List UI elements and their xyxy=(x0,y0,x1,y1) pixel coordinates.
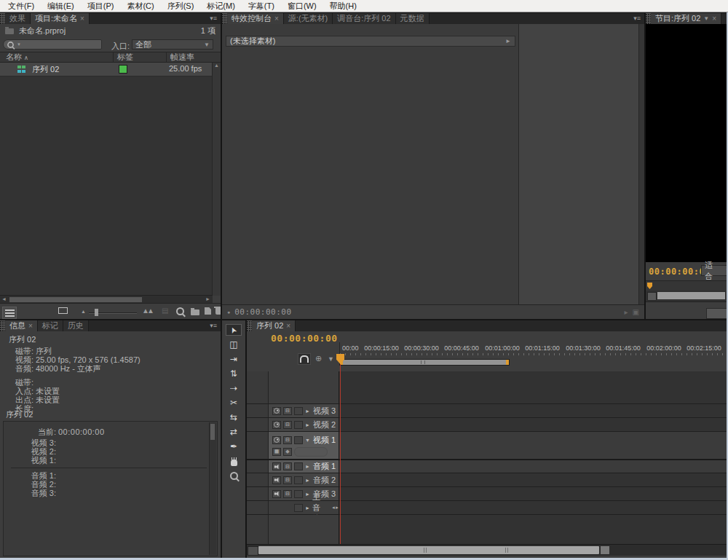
track-header-master[interactable]: ► 主音轨 ◄► xyxy=(269,501,339,514)
entry-dropdown[interactable]: 全部 ▼ xyxy=(132,39,213,50)
close-icon[interactable]: × xyxy=(286,320,290,331)
toggle-track-output-icon[interactable] xyxy=(272,462,281,470)
track-gutter[interactable] xyxy=(247,432,269,459)
track-lock-icon[interactable] xyxy=(294,407,303,415)
tab-history[interactable]: 历史 xyxy=(63,320,89,331)
collapse-arrow-icon[interactable]: ► xyxy=(305,464,311,469)
tab-metadata[interactable]: 元数据 xyxy=(396,13,430,24)
program-video-area[interactable] xyxy=(646,24,727,262)
track-select-tool[interactable]: ◫ xyxy=(226,339,242,350)
collapse-arrow-icon[interactable]: ► xyxy=(505,38,511,44)
rolling-edit-tool[interactable]: ⇅ xyxy=(226,368,242,379)
panel-grip[interactable] xyxy=(0,13,5,24)
tab-effect-controls[interactable]: 特效控制台 × xyxy=(227,13,284,24)
panel-menu-icon[interactable]: ▾≡ xyxy=(206,320,221,331)
tab-source[interactable]: 源:(无素材) xyxy=(284,13,333,24)
toggle-track-output-icon[interactable] xyxy=(272,407,281,415)
rate-stretch-tool[interactable]: ⇢ xyxy=(226,382,242,394)
track-lane[interactable] xyxy=(339,404,727,417)
timeline-scrollbar[interactable] xyxy=(247,544,727,556)
tab-info[interactable]: 信息 × xyxy=(5,320,38,331)
scrollbar-box[interactable] xyxy=(647,292,657,301)
track-gutter[interactable] xyxy=(247,501,269,514)
tab-project[interactable]: 项目:未命名 × xyxy=(31,13,90,24)
set-display-style-icon[interactable]: ▦ xyxy=(272,448,281,456)
new-item-icon[interactable] xyxy=(205,307,211,316)
track-gutter[interactable] xyxy=(247,460,269,473)
work-area-grip[interactable] xyxy=(421,360,425,364)
panel-grip[interactable] xyxy=(0,320,5,331)
track-gutter[interactable] xyxy=(247,487,269,500)
label-color-chip[interactable] xyxy=(119,65,127,74)
selection-tool[interactable]: ➤ xyxy=(226,324,242,336)
close-icon[interactable]: × xyxy=(274,13,279,24)
list-view-button[interactable] xyxy=(2,307,17,319)
track-header-video-2[interactable]: ⊟ ► 视频 2 xyxy=(269,418,339,431)
menu-file[interactable]: 文件(F) xyxy=(1,1,41,12)
panel-menu-icon[interactable]: ▾≡ xyxy=(630,13,644,24)
timeline-timecode[interactable]: 00:00:00:00 xyxy=(271,333,338,344)
close-icon[interactable]: × xyxy=(28,320,33,331)
column-label[interactable]: 标签 xyxy=(113,52,166,63)
scrollbar-grip[interactable] xyxy=(505,548,508,553)
program-footer-button[interactable] xyxy=(706,308,727,319)
sync-lock-icon[interactable]: ⊟ xyxy=(283,476,292,484)
menu-edit[interactable]: 编辑(E) xyxy=(41,1,81,12)
keyframe-mode-pill[interactable] xyxy=(294,447,328,457)
set-marker-icon[interactable]: ▼ xyxy=(328,355,334,363)
automate-to-sequence-icon[interactable]: ▤ xyxy=(162,307,168,315)
menu-window[interactable]: 窗口(W) xyxy=(281,1,323,12)
slip-tool[interactable]: ⇆ xyxy=(226,411,242,423)
trash-icon[interactable] xyxy=(215,307,221,316)
scrollbar-thumb[interactable] xyxy=(258,546,599,554)
effect-scroll-strip[interactable] xyxy=(638,24,644,304)
scroll-up-icon[interactable]: ▲ xyxy=(214,63,219,68)
scrollbar-grip[interactable] xyxy=(424,548,427,553)
panel-menu-icon[interactable]: ▾≡ xyxy=(206,13,221,24)
scrollbar-thumb[interactable] xyxy=(9,297,142,302)
scrollbar-box[interactable] xyxy=(248,546,258,556)
track-lane[interactable] xyxy=(339,487,727,500)
column-framerate[interactable]: 帧速率 xyxy=(166,52,221,63)
table-row-sequence-02[interactable]: 序列 02 25.00 fps xyxy=(0,63,213,76)
tab-program[interactable]: 节目:序列 02 ▼ × xyxy=(651,13,721,24)
collapse-arrow-icon[interactable]: ► xyxy=(305,505,310,510)
search-input[interactable]: ▼ xyxy=(3,39,102,50)
pen-tool[interactable]: ✒ xyxy=(226,441,242,452)
tab-markers[interactable]: 标记 xyxy=(38,320,63,331)
tab-effects[interactable]: 效果 xyxy=(5,13,31,24)
slide-tool[interactable]: ⇄ xyxy=(226,426,242,438)
track-lane[interactable] xyxy=(339,460,727,473)
vertical-scrollbar[interactable]: ▲ xyxy=(212,63,221,296)
sync-lock-icon[interactable]: ⊟ xyxy=(283,436,292,444)
track-lane[interactable] xyxy=(339,515,727,544)
keyframe-nav-icon[interactable]: ◄► xyxy=(331,505,339,510)
toggle-track-output-icon[interactable] xyxy=(272,436,281,444)
new-bin-icon[interactable] xyxy=(191,308,199,317)
track-lock-icon[interactable] xyxy=(294,490,303,498)
menu-title[interactable]: 字幕(T) xyxy=(242,1,281,12)
zoom-tool[interactable] xyxy=(226,470,242,481)
track-lock-icon[interactable] xyxy=(294,421,303,429)
sync-lock-icon[interactable]: ⊟ xyxy=(283,407,292,415)
toggle-track-output-icon[interactable] xyxy=(272,476,281,484)
scroll-right-icon[interactable]: ► xyxy=(205,296,210,301)
collapse-arrow-icon[interactable]: ► xyxy=(305,409,311,414)
tab-sequence-02[interactable]: 序列 02 × xyxy=(252,320,296,331)
panel-grip[interactable] xyxy=(646,13,651,24)
fit-dropdown[interactable]: 适合 ▼ xyxy=(701,265,727,276)
show-keyframes-icon[interactable]: ◆ xyxy=(283,448,292,456)
expand-arrow-icon[interactable]: ▼ xyxy=(305,438,311,443)
track-header-audio-3[interactable]: ⊟ ► 音频 3 xyxy=(269,487,339,500)
encore-chapter-icon[interactable]: ⊕ xyxy=(315,354,322,363)
track-gutter[interactable] xyxy=(247,418,269,431)
track-header-video-1[interactable]: ⊟ ▼ 视频 1 ▦ ◆ xyxy=(269,432,339,459)
zoom-out-thumb-icon[interactable]: ▲ xyxy=(81,309,86,314)
menu-project[interactable]: 项目(P) xyxy=(81,1,121,12)
track-lock-icon[interactable] xyxy=(294,476,303,484)
panel-grip[interactable] xyxy=(247,320,252,331)
slider-knob[interactable] xyxy=(95,309,98,316)
time-ruler[interactable]: 00:00 00:00:15:00 00:00:30:00 00:00:45:0… xyxy=(339,342,727,355)
sync-lock-icon[interactable]: ⊟ xyxy=(283,490,292,498)
zoom-in-thumb-icon[interactable]: ▲▲ xyxy=(142,307,152,315)
